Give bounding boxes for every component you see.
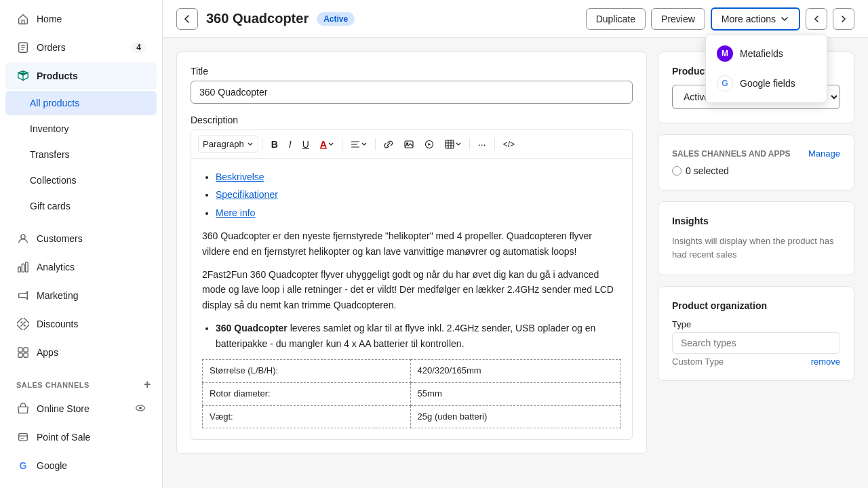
paragraph-select[interactable]: Paragraph: [198, 136, 258, 152]
svg-rect-5: [18, 267, 21, 272]
sidebar-sub-label: All products: [30, 98, 79, 108]
online-store-icon: [16, 402, 30, 415]
type-label: Type: [672, 319, 840, 329]
apps-icon: [16, 346, 30, 359]
svg-point-27: [406, 142, 408, 144]
svg-point-21: [22, 438, 24, 439]
next-button[interactable]: [833, 8, 854, 30]
sidebar-item-products[interactable]: Products: [5, 62, 157, 89]
paragraph-1: 360 Quadcopter er den nyeste fjernstyred…: [202, 228, 621, 259]
table-row: Størrelse (L/B/H): 420/320/165mm: [203, 359, 621, 382]
sidebar-item-label: Marketing: [37, 290, 78, 301]
text-color-button[interactable]: A: [316, 136, 338, 152]
sidebar-item-label: Customers: [37, 233, 83, 244]
home-icon: [16, 12, 30, 26]
editor-toolbar: Paragraph B I U A: [191, 130, 632, 159]
italic-button[interactable]: I: [285, 136, 296, 152]
sidebar-item-analytics[interactable]: Analytics: [5, 253, 157, 281]
svg-point-10: [24, 325, 26, 327]
description-label: Description: [191, 115, 633, 125]
sidebar-item-transfers[interactable]: Transfers: [5, 142, 157, 167]
radio-circle: [672, 166, 682, 176]
status-badge: Active: [317, 12, 355, 26]
content-right: Product status Active Draft SALES CHANNE…: [658, 52, 854, 474]
analytics-icon: [16, 260, 30, 274]
svg-point-20: [20, 438, 22, 439]
sidebar-item-label: Orders: [37, 42, 66, 53]
add-sales-channel-button[interactable]: +: [144, 378, 151, 392]
link-beskrivelse[interactable]: Beskrivelse: [216, 171, 264, 182]
more-options-button[interactable]: ···: [474, 136, 490, 152]
sidebar-item-orders[interactable]: Orders 4: [5, 34, 157, 61]
sidebar-item-apps[interactable]: Apps: [5, 339, 157, 366]
title-label: Title: [191, 66, 633, 77]
sidebar-item-settings[interactable]: Settings: [5, 485, 157, 488]
table-cell: 55mm: [410, 382, 620, 405]
video-button[interactable]: [420, 137, 438, 152]
sidebar-item-label: Home: [37, 14, 62, 24]
dropdown-item-google-fields[interactable]: G Google fields: [706, 68, 827, 98]
svg-rect-29: [446, 140, 454, 148]
topbar: 360 Quadcopter Active Duplicate Preview …: [163, 0, 868, 38]
dropdown-item-metafields[interactable]: M Metafields: [706, 39, 827, 68]
more-actions-button[interactable]: More actions: [711, 7, 800, 30]
sidebar-item-label: Products: [37, 70, 78, 81]
custom-type-row: Custom Type remove: [672, 357, 840, 367]
sidebar-item-gift-cards[interactable]: Gift cards: [5, 194, 157, 218]
sidebar-item-online-store[interactable]: Online Store: [5, 395, 157, 422]
prev-button[interactable]: [806, 8, 827, 30]
preview-button[interactable]: Preview: [651, 8, 705, 30]
table-cell: 420/320/165mm: [410, 359, 620, 382]
editor-body[interactable]: Beskrivelse Specifikationer Mere info 36…: [191, 159, 632, 439]
link-button[interactable]: [380, 137, 397, 152]
paragraph-3: 360 Quadcopter leveres samlet og klar ti…: [216, 323, 595, 348]
table-cell: Rotor diameter:: [203, 382, 411, 405]
table-row: Vægt: 25g (uden batteri): [203, 405, 621, 428]
sidebar-item-label: Analytics: [37, 262, 75, 272]
table-cell: 25g (uden batteri): [410, 405, 620, 428]
discounts-icon: [16, 317, 30, 331]
code-button[interactable]: </>: [499, 137, 519, 152]
sidebar-item-collections[interactable]: Collections: [5, 168, 157, 192]
svg-point-4: [21, 235, 25, 239]
pos-icon: [16, 430, 30, 444]
remove-link[interactable]: remove: [811, 357, 840, 367]
link-mere-info[interactable]: Mere info: [216, 207, 255, 218]
content-left: Title Description Paragraph B I U: [176, 52, 647, 474]
sidebar-item-home[interactable]: Home: [5, 5, 157, 33]
sidebar-item-discounts[interactable]: Discounts: [5, 310, 157, 338]
table-button[interactable]: [441, 137, 465, 152]
sidebar-item-point-of-sale[interactable]: Point of Sale: [5, 424, 157, 451]
svg-point-17: [139, 407, 142, 409]
sidebar-item-inventory[interactable]: Inventory: [5, 117, 157, 141]
align-button[interactable]: [347, 137, 371, 152]
content-area: Title Description Paragraph B I U: [163, 38, 868, 488]
svg-rect-7: [26, 262, 28, 272]
online-store-visibility-icon[interactable]: [135, 403, 146, 415]
insights-title: Insights: [672, 216, 840, 226]
svg-rect-6: [22, 264, 24, 272]
sidebar-item-label: Discounts: [37, 319, 78, 329]
sidebar-item-label: Google: [37, 460, 67, 471]
underline-button[interactable]: U: [298, 136, 313, 152]
image-button[interactable]: [400, 137, 418, 152]
svg-rect-26: [405, 141, 413, 148]
title-input[interactable]: [191, 81, 633, 104]
sidebar-item-marketing[interactable]: Marketing: [5, 282, 157, 309]
link-specifikationer[interactable]: Specifikationer: [216, 189, 278, 200]
svg-rect-13: [24, 348, 28, 352]
search-types-input[interactable]: [672, 332, 840, 354]
bold-button[interactable]: B: [267, 136, 282, 152]
main-area: 360 Quadcopter Active Duplicate Preview …: [163, 0, 868, 488]
sidebar-item-all-products[interactable]: All products: [5, 91, 157, 115]
manage-link[interactable]: Manage: [808, 148, 840, 159]
sidebar-sub-label: Inventory: [30, 123, 69, 134]
title-description-card: Title Description Paragraph B I U: [176, 52, 647, 454]
duplicate-button[interactable]: Duplicate: [586, 8, 646, 30]
svg-rect-12: [18, 348, 22, 352]
sidebar-item-customers[interactable]: Customers: [5, 225, 157, 252]
insights-card: Insights Insights will display when the …: [658, 201, 854, 275]
back-button[interactable]: [176, 8, 198, 30]
sidebar-item-google[interactable]: G Google: [5, 452, 157, 479]
dropdown-item-label: Google fields: [740, 78, 795, 89]
